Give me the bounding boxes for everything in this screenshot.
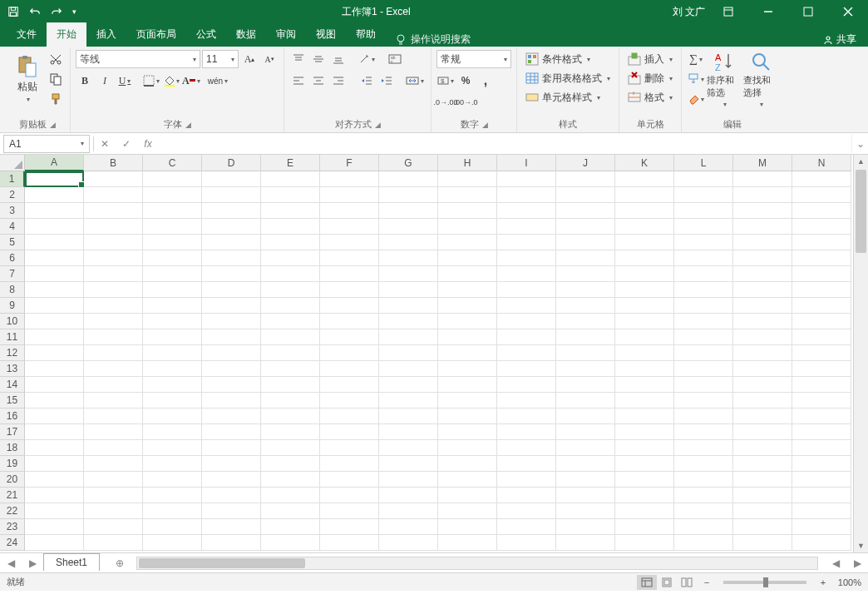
cell[interactable] [143,266,202,282]
cell[interactable] [497,329,556,345]
cell[interactable] [84,519,143,535]
conditional-formatting-button[interactable]: 条件格式▾ [522,50,594,68]
column-header-F[interactable]: F [320,155,379,171]
cell[interactable] [261,345,320,361]
cell[interactable] [320,424,379,440]
cell[interactable] [556,424,615,440]
increase-font-button[interactable]: A▴ [240,50,259,68]
cell[interactable] [615,393,674,409]
cell[interactable] [25,235,84,250]
cell[interactable] [556,377,615,393]
cell[interactable] [615,488,674,503]
cell[interactable] [438,456,497,472]
font-launcher[interactable]: ◢ [185,121,191,129]
cell[interactable] [556,409,615,424]
cell[interactable] [202,361,261,377]
name-box[interactable]: A1▾ [3,135,90,153]
cell[interactable] [438,377,497,393]
cell[interactable] [792,203,851,219]
cell[interactable] [261,488,320,503]
phonetic-button[interactable]: wén▾ [209,72,227,90]
cell[interactable] [25,409,84,424]
cell[interactable] [379,266,438,282]
cell[interactable] [497,235,556,250]
minimize-button[interactable] [752,0,785,23]
cell[interactable] [792,424,851,440]
cell[interactable] [497,424,556,440]
cell[interactable] [733,472,792,488]
column-header-C[interactable]: C [143,155,202,171]
wrap-text-button[interactable]: abc [384,50,406,68]
horizontal-scrollbar[interactable] [136,557,818,570]
column-header-J[interactable]: J [556,155,615,171]
row-header-6[interactable]: 6 [0,250,25,266]
decrease-indent-button[interactable] [358,72,376,90]
zoom-slider[interactable] [723,581,806,584]
cell[interactable] [556,298,615,314]
cell[interactable] [792,329,851,345]
cell[interactable] [556,503,615,519]
row-header-12[interactable]: 12 [0,345,25,361]
cell[interactable] [438,503,497,519]
column-header-E[interactable]: E [261,155,320,171]
merge-center-button[interactable]: ▾ [404,72,426,90]
fill-color-button[interactable]: ▾ [162,72,180,90]
page-break-view-button[interactable] [677,575,697,590]
cell[interactable] [25,456,84,472]
cell[interactable] [674,203,733,219]
cell[interactable] [202,250,261,266]
cell[interactable] [261,203,320,219]
cell[interactable] [202,314,261,329]
cell[interactable] [674,361,733,377]
row-header-24[interactable]: 24 [0,535,25,551]
cell[interactable] [792,503,851,519]
cell[interactable] [438,393,497,409]
decrease-decimal-button[interactable]: .00→.0 [456,93,475,111]
cell[interactable] [556,282,615,298]
cell[interactable] [261,424,320,440]
cell[interactable] [556,250,615,266]
cell[interactable] [497,440,556,456]
cell[interactable] [733,345,792,361]
cell[interactable] [733,393,792,409]
cell[interactable] [261,503,320,519]
hscroll-thumb[interactable] [139,558,305,568]
column-header-N[interactable]: N [792,155,851,171]
cell[interactable] [438,171,497,187]
cell[interactable] [261,314,320,329]
cell[interactable] [438,424,497,440]
delete-cells-button[interactable]: 删除▾ [624,69,676,87]
vscroll-thumb[interactable] [856,170,866,253]
cell[interactable] [438,409,497,424]
cell[interactable] [556,314,615,329]
cell[interactable] [84,535,143,551]
cell[interactable] [320,203,379,219]
cell[interactable] [438,361,497,377]
cell[interactable] [84,345,143,361]
column-header-K[interactable]: K [615,155,674,171]
cell[interactable] [84,488,143,503]
cell[interactable] [733,456,792,472]
align-center-button[interactable] [309,72,328,90]
cell[interactable] [25,535,84,551]
cell[interactable] [497,187,556,203]
cell[interactable] [84,314,143,329]
cell[interactable] [556,235,615,250]
cell[interactable] [320,440,379,456]
format-cells-button[interactable]: 格式▾ [624,88,676,106]
cell[interactable] [615,314,674,329]
tab-home[interactable]: 开始 [47,22,86,47]
cell[interactable] [438,235,497,250]
cell[interactable] [556,329,615,345]
cell[interactable] [733,219,792,235]
cell[interactable] [143,298,202,314]
cell[interactable] [792,187,851,203]
cell[interactable] [320,250,379,266]
cell[interactable] [615,535,674,551]
cell[interactable] [143,203,202,219]
sheet-tab-sheet1[interactable]: Sheet1 [43,553,100,571]
row-header-8[interactable]: 8 [0,282,25,298]
cell[interactable] [202,409,261,424]
tab-help[interactable]: 帮助 [346,22,386,47]
cell[interactable] [615,298,674,314]
